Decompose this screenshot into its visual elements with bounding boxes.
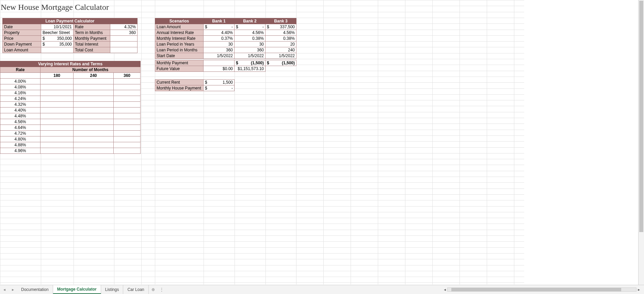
calc-cell[interactable]: [74, 148, 114, 154]
calc-cell[interactable]: [74, 125, 114, 131]
calc-cell[interactable]: [74, 136, 114, 142]
calc-cell[interactable]: [41, 119, 74, 125]
value-down-payment[interactable]: $35,000: [41, 42, 74, 47]
rate-cell[interactable]: 4.72%: [0, 131, 41, 136]
scen-value[interactable]: 1/5/2022: [204, 53, 235, 59]
rate-cell[interactable]: 4.16%: [0, 90, 41, 96]
calc-cell[interactable]: [74, 119, 114, 125]
rate-cell[interactable]: 4.56%: [0, 119, 41, 125]
calc-cell[interactable]: [41, 96, 74, 102]
calc-cell[interactable]: [74, 84, 114, 90]
calc-cell[interactable]: [74, 90, 114, 96]
value-rate[interactable]: 4.32%: [110, 24, 138, 30]
calc-cell[interactable]: [41, 142, 74, 148]
calc-cell[interactable]: [74, 96, 114, 102]
months-360: 360: [114, 73, 141, 79]
calc-cell[interactable]: [41, 79, 74, 84]
scen-value[interactable]: $-: [235, 24, 265, 30]
scen-value[interactable]: 4.56%: [265, 30, 296, 36]
calc-cell[interactable]: [41, 84, 74, 90]
scen-value[interactable]: 1/5/2022: [235, 53, 265, 59]
calc-cell[interactable]: [41, 108, 74, 113]
value-total-interest[interactable]: [110, 42, 138, 47]
rate-cell[interactable]: 4.24%: [0, 96, 41, 102]
rent-compare-table: Current Rent $1,500 Monthly House Paymen…: [155, 79, 235, 91]
calc-cell[interactable]: [74, 142, 114, 148]
scen-value[interactable]: 1/5/2022: [265, 53, 296, 59]
scen-value[interactable]: 4.40%: [204, 30, 235, 36]
scen-value[interactable]: $-: [204, 24, 235, 30]
calc-cell[interactable]: [74, 113, 114, 119]
rate-cell[interactable]: 4.40%: [0, 108, 41, 113]
rate-cell[interactable]: 4.88%: [0, 142, 41, 148]
scen-mpay-3[interactable]: $(1,500): [265, 60, 296, 66]
calc-cell[interactable]: [114, 131, 141, 136]
value-property[interactable]: Beecher Street: [41, 30, 74, 36]
calc-cell[interactable]: [41, 131, 74, 136]
scen-label: Start Date: [155, 53, 204, 59]
calc-cell[interactable]: [41, 148, 74, 154]
calc-cell[interactable]: [114, 79, 141, 84]
months-180: 180: [41, 73, 74, 79]
calc-cell[interactable]: [114, 102, 141, 108]
scen-value[interactable]: 30: [235, 42, 265, 47]
calc-cell[interactable]: [41, 136, 74, 142]
vertical-scrollbar[interactable]: [638, 0, 644, 284]
scen-fv-1[interactable]: $0.00: [204, 66, 235, 72]
scen-value[interactable]: 30: [204, 42, 235, 47]
rate-cell[interactable]: 4.00%: [0, 79, 41, 84]
calc-cell[interactable]: [74, 131, 114, 136]
calc-cell[interactable]: [74, 79, 114, 84]
page-title: New House Mortgage Calculator: [1, 3, 109, 12]
rate-cell[interactable]: 4.64%: [0, 125, 41, 131]
label-total-interest: Total Interest: [74, 42, 110, 47]
calc-cell[interactable]: [114, 113, 141, 119]
value-loan-amount[interactable]: [41, 47, 74, 53]
calc-cell[interactable]: [114, 96, 141, 102]
scen-fv-2[interactable]: $1,151,573.10: [235, 66, 265, 72]
rate-cell[interactable]: 4.08%: [0, 84, 41, 90]
value-date[interactable]: 10/1/2021: [41, 24, 74, 30]
scen-value[interactable]: 360: [235, 47, 265, 53]
vertical-scrollbar-thumb[interactable]: [639, 1, 643, 232]
calc-cell[interactable]: [41, 113, 74, 119]
calc-cell[interactable]: [114, 136, 141, 142]
calc-cell[interactable]: [114, 90, 141, 96]
scen-value[interactable]: 0.38%: [265, 36, 296, 42]
calc-cell[interactable]: [41, 125, 74, 131]
calc-cell[interactable]: [114, 119, 141, 125]
label-total-cost: Total Cost: [74, 47, 110, 53]
value-current-rent[interactable]: $1,500: [204, 80, 235, 85]
calc-cell[interactable]: [74, 102, 114, 108]
scen-mpay-2[interactable]: $(1,500): [235, 60, 265, 66]
calc-cell[interactable]: [114, 108, 141, 113]
rate-cell[interactable]: 4.80%: [0, 136, 41, 142]
calc-cell[interactable]: [74, 108, 114, 113]
scen-value[interactable]: 4.56%: [235, 30, 265, 36]
scenarios-header: Scenarios: [155, 18, 204, 24]
scen-value[interactable]: 0.38%: [235, 36, 265, 42]
calc-cell[interactable]: [114, 125, 141, 131]
value-monthly-house-payment[interactable]: $-: [204, 85, 235, 91]
rate-cell[interactable]: 4.96%: [0, 148, 41, 154]
calc-cell[interactable]: [41, 90, 74, 96]
scen-value[interactable]: 0.37%: [204, 36, 235, 42]
value-term[interactable]: 360: [110, 30, 138, 36]
scen-value[interactable]: $337,500: [265, 24, 296, 30]
scen-value[interactable]: 360: [204, 47, 235, 53]
calc-cell[interactable]: [114, 142, 141, 148]
value-total-cost[interactable]: [110, 47, 138, 53]
value-monthly-payment[interactable]: [110, 36, 138, 42]
scen-mpay-1[interactable]: [204, 60, 235, 66]
bank2-header: Bank 2: [235, 18, 265, 24]
calc-cell[interactable]: [114, 84, 141, 90]
rate-cell[interactable]: 4.32%: [0, 102, 41, 108]
calc-cell[interactable]: [41, 102, 74, 108]
value-price[interactable]: $350,000: [41, 36, 74, 42]
scen-label: Loan Period in Years: [155, 42, 204, 47]
calc-cell[interactable]: [114, 148, 141, 154]
worksheet-area[interactable]: New House Mortgage Calculator Loan Payme…: [0, 0, 644, 284]
scen-value[interactable]: 240: [265, 47, 296, 53]
rate-cell[interactable]: 4.48%: [0, 113, 41, 119]
scen-value[interactable]: 20: [265, 42, 296, 47]
